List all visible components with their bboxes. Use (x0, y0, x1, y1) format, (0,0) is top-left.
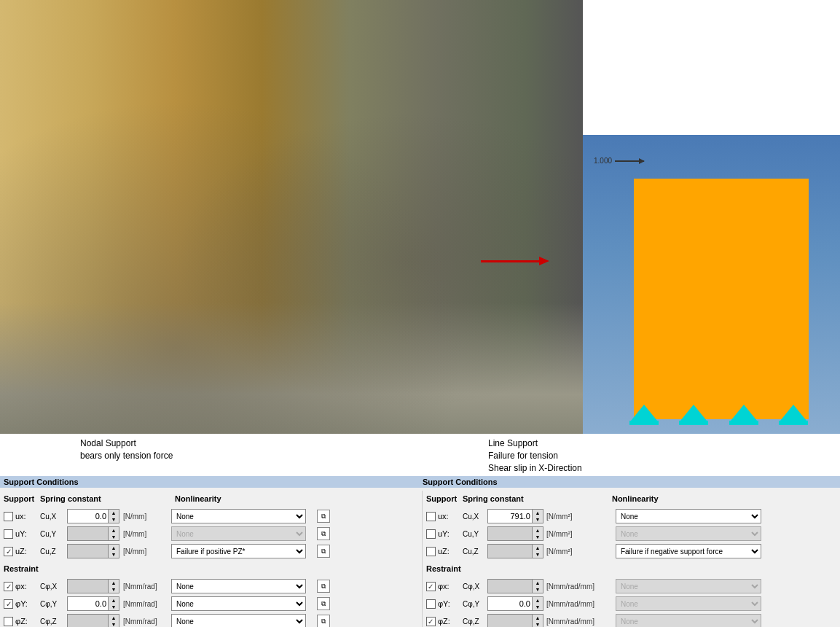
left-phiz-spin-down[interactable]: ▼ (109, 621, 119, 627)
left-phiy-checkbox[interactable] (4, 599, 13, 609)
left-phix-spin-up[interactable]: ▲ (109, 580, 119, 586)
right-uy-value[interactable] (488, 527, 532, 540)
support-col-header-left: Support (4, 493, 40, 505)
left-uz-label: uZ: (15, 547, 34, 556)
left-uz-spin-up[interactable]: ▲ (109, 545, 119, 551)
left-uy-nonlinearity-col: None (171, 526, 317, 541)
left-uz-nonlinearity-select[interactable]: None Failure if positive PZ* Failure if … (171, 544, 306, 558)
left-phiy-unit: [Nmm/rad] (121, 600, 157, 608)
right-ux-spin-up[interactable]: ▲ (533, 510, 543, 516)
support-triangle-2 (680, 405, 707, 421)
right-uz-value[interactable] (488, 545, 532, 558)
right-phiy-checkbox[interactable] (426, 599, 436, 609)
left-phix-checkbox[interactable] (4, 582, 13, 591)
right-ux-unit: [N/mm²] (545, 513, 589, 521)
right-uy-nonlinearity-select[interactable]: None (616, 526, 761, 541)
left-phix-spin-down[interactable]: ▼ (109, 586, 119, 593)
right-phix-spin-down[interactable]: ▼ (533, 586, 543, 593)
right-uy-spring-col: Cu,Y ▲ ▼ [N/mm²] (463, 526, 616, 541)
left-phiz-copy-btn[interactable]: ⧉ (317, 615, 330, 627)
nonlinearity-col-header-left: Nonlinearity (171, 493, 324, 505)
right-phiz-label-col: φZ: (426, 617, 463, 626)
right-ux-checkbox[interactable] (426, 512, 436, 521)
right-uy-spin-down[interactable]: ▼ (533, 534, 543, 540)
left-cu-x-label: Cu,X (40, 513, 66, 521)
caption-right: Line Support Failure for tension Shear s… (423, 437, 840, 474)
left-uy-nonlinearity-select[interactable]: None (171, 526, 306, 541)
right-phix-value[interactable] (488, 580, 532, 593)
right-ux-nonlinearity-select[interactable]: None Failure if negative support force (616, 509, 761, 523)
left-ux-row: ux: Cu,X ▲ ▼ [N/mm] None Failure if posi… (4, 508, 422, 524)
right-phix-nonlinearity-select[interactable]: None (616, 579, 761, 593)
left-phiy-nonlinearity-select[interactable]: None (171, 596, 306, 611)
left-headers-row: Support Spring constant Nonlinearity (4, 491, 422, 507)
left-uz-row: uZ: Cu,Z ▲ ▼ [N/mm] None Failure if posi… (4, 543, 422, 559)
left-phix-nonlinearity-select[interactable]: None (171, 579, 306, 593)
right-phiy-spin-down[interactable]: ▼ (533, 604, 543, 610)
left-uz-value[interactable] (68, 545, 108, 558)
right-cu-z-label: Cu,Z (463, 548, 486, 556)
left-ux-spin-down[interactable]: ▼ (109, 516, 119, 523)
triangle-group-2 (680, 405, 707, 421)
left-ux-input-group: ▲ ▼ (67, 509, 119, 523)
right-uy-checkbox[interactable] (426, 529, 436, 539)
right-phix-spin-up[interactable]: ▲ (533, 580, 543, 586)
left-uy-spin-up[interactable]: ▲ (109, 527, 119, 534)
left-ux-nonlinearity-select[interactable]: None Failure if positive PZ* Failure if … (171, 509, 306, 523)
right-phix-input-group: ▲ ▼ (487, 579, 543, 593)
left-uy-value[interactable] (68, 527, 108, 540)
left-uz-unit: [N/mm] (121, 548, 154, 556)
right-uz-checkbox[interactable] (426, 547, 436, 556)
right-uz-spin-down[interactable]: ▼ (533, 551, 543, 558)
right-uy-label: uY: (438, 529, 456, 538)
right-ux-spin-down[interactable]: ▼ (533, 516, 543, 523)
right-uy-spin-up[interactable]: ▲ (533, 527, 543, 534)
right-phiz-value[interactable] (488, 615, 532, 627)
right-phiz-checkbox[interactable] (426, 617, 436, 626)
left-uy-copy-btn[interactable]: ⧉ (317, 527, 330, 540)
left-uz-copy-btn[interactable]: ⧉ (317, 545, 330, 558)
left-phix-copy-btn[interactable]: ⧉ (317, 580, 330, 593)
nonlinearity-col-header-right: Nonlinearity (608, 493, 761, 505)
left-phiy-nonlinearity-col: None (171, 596, 317, 611)
left-ux-copy-btn[interactable]: ⧉ (317, 510, 330, 523)
left-uz-checkbox[interactable] (4, 547, 13, 556)
right-phix-checkbox[interactable] (426, 582, 436, 591)
right-phiz-spin-down[interactable]: ▼ (533, 621, 543, 627)
right-phiy-spin-up[interactable]: ▲ (533, 597, 543, 604)
right-uz-spin-up[interactable]: ▲ (533, 545, 543, 551)
right-uz-label: uZ: (438, 547, 456, 556)
left-phix-value[interactable] (68, 580, 108, 593)
right-phiz-nonlinearity-select[interactable]: None (616, 614, 761, 627)
right-uy-nonlinearity-col: None (616, 526, 772, 541)
left-ux-checkbox[interactable] (4, 512, 13, 521)
left-phiz-checkbox[interactable] (4, 617, 13, 626)
triangle-group-3 (731, 405, 757, 421)
right-phiy-value[interactable] (488, 597, 532, 610)
right-ux-spring-col: Cu,X ▲ ▼ [N/mm²] (463, 509, 616, 523)
left-ux-unit: [N/mm] (121, 513, 154, 521)
right-phiz-spin-up[interactable]: ▲ (533, 615, 543, 621)
left-phiz-nonlinearity-select[interactable]: None (171, 614, 306, 627)
left-phiy-spin-up[interactable]: ▲ (109, 597, 119, 604)
right-cphi-y-label: Cφ,Y (463, 600, 486, 608)
right-ux-value[interactable] (488, 510, 532, 523)
right-uz-nonlinearity-select[interactable]: None Failure if negative support force (616, 544, 761, 558)
support-triangle-3 (731, 405, 757, 421)
left-uz-spin-down[interactable]: ▼ (109, 551, 119, 558)
left-uy-spin-down[interactable]: ▼ (109, 534, 119, 540)
left-ux-value[interactable] (68, 510, 108, 523)
left-phiy-copy-btn[interactable]: ⧉ (317, 597, 330, 610)
left-phiz-spin-up[interactable]: ▲ (109, 615, 119, 621)
right-phiy-input-group: ▲ ▼ (487, 596, 543, 611)
scale-arrow (615, 160, 644, 162)
left-ux-spin-up[interactable]: ▲ (109, 510, 119, 516)
caption-right-line1: Line Support (488, 437, 840, 450)
left-phiy-spin-down[interactable]: ▼ (109, 604, 119, 610)
left-phiz-value[interactable] (68, 615, 108, 627)
triangle-group-1 (631, 405, 657, 421)
right-phiy-nonlinearity-select[interactable]: None (616, 596, 761, 611)
left-phiz-label-col: φZ: (4, 617, 40, 626)
left-phiy-value[interactable] (68, 597, 108, 610)
left-uy-checkbox[interactable] (4, 529, 13, 539)
